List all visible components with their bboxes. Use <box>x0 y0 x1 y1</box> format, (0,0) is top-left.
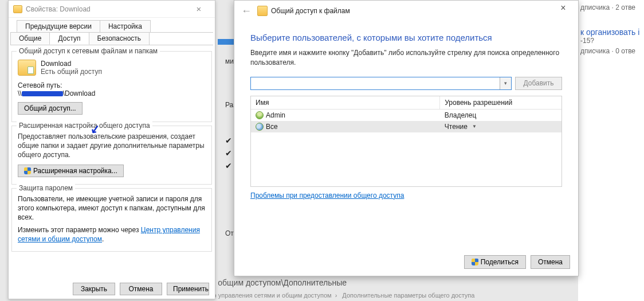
shared-status: Есть общий доступ <box>41 68 102 76</box>
pwd-desc2: Изменить этот параметр можно через Центр… <box>18 225 206 244</box>
group-advanced-sharing: Расширенная настройка общего доступа <box>17 122 152 130</box>
tab-general[interactable]: Общие <box>10 32 50 45</box>
tab-security[interactable]: Безопасность <box>89 32 150 45</box>
row-level: Чтение <box>445 123 468 131</box>
tab-customize[interactable]: Настройка <box>100 20 151 32</box>
bg-subs2: дписчика · 0 отве <box>578 47 644 55</box>
pwd-desc1: Пользователи, не имеющие учетной записи … <box>18 194 206 222</box>
properties-window: Свойства: Download × Предыдущие версии Н… <box>8 0 215 299</box>
chevron-down-icon[interactable]: ▾ <box>500 77 511 89</box>
netpath-value: \\\Download <box>18 89 206 97</box>
bg-question: к организовать і <box>578 28 644 37</box>
share-subtext: Введите имя и нажмите кнопку "Добавить" … <box>250 48 562 68</box>
col-level[interactable]: Уровень разрешений <box>440 96 561 109</box>
users-icon <box>256 123 264 131</box>
row-name: Admin <box>266 111 285 119</box>
apply-button[interactable]: Применить <box>167 283 209 295</box>
folder-icon <box>13 5 22 13</box>
shield-icon <box>472 259 478 265</box>
shield-icon <box>24 167 31 174</box>
tab-previous-versions[interactable]: Предыдущие версии <box>17 20 100 32</box>
group-network-sharing: Общий доступ к сетевым файлам и папкам <box>17 47 160 55</box>
cancel-button[interactable]: Отмена <box>531 255 570 269</box>
row-level: Владелец <box>445 111 477 119</box>
share-button[interactable]: Общий доступ... <box>18 102 83 115</box>
table-row[interactable]: AdminВладелец <box>251 110 561 121</box>
folder-name: Download <box>41 60 102 68</box>
close-icon[interactable]: × <box>187 4 210 14</box>
bg-q2: -15? <box>578 37 644 45</box>
close-icon[interactable]: × <box>552 3 575 13</box>
table-row[interactable]: ВсеЧтение▼ <box>251 121 561 132</box>
group-password-protect: Защита паролем <box>17 184 75 192</box>
folder-large-icon <box>18 60 36 76</box>
share-crumb: Общий доступ к файлам <box>271 7 350 15</box>
share-folder-icon <box>257 6 268 16</box>
advanced-sharing-button[interactable]: Расширенная настройка... <box>18 165 124 177</box>
netpath-label: Сетевой путь: <box>18 81 206 89</box>
add-button[interactable]: Добавить <box>515 77 562 90</box>
window-title: Свойства: Download <box>26 5 91 13</box>
share-submit-button[interactable]: Поделиться <box>464 255 526 269</box>
col-name[interactable]: Имя <box>251 96 440 109</box>
close-button[interactable]: Закрыть <box>73 283 115 295</box>
user-table: Имя Уровень разрешений AdminВладелецВсеЧ… <box>250 96 562 187</box>
share-heading: Выберите пользователей, с которыми вы хо… <box>250 33 562 42</box>
back-icon[interactable]: ← <box>239 5 254 17</box>
chevron-down-icon[interactable]: ▼ <box>472 124 477 129</box>
tab-sharing[interactable]: Доступ <box>49 32 89 45</box>
problems-link[interactable]: Проблемы при предоставлении общего досту… <box>250 191 404 200</box>
adv-desc: Предоставляет пользовательские разрешени… <box>18 132 206 160</box>
bg-subs: дписчика · 2 отве <box>578 3 644 11</box>
user-combobox[interactable]: ▾ <box>250 77 512 90</box>
share-dialog: × ← Общий доступ к файлам Выберите польз… <box>234 0 579 276</box>
user-icon <box>256 111 264 119</box>
user-input[interactable] <box>251 77 500 89</box>
cancel-button[interactable]: Отмена <box>120 283 162 295</box>
row-name: Все <box>266 123 278 131</box>
